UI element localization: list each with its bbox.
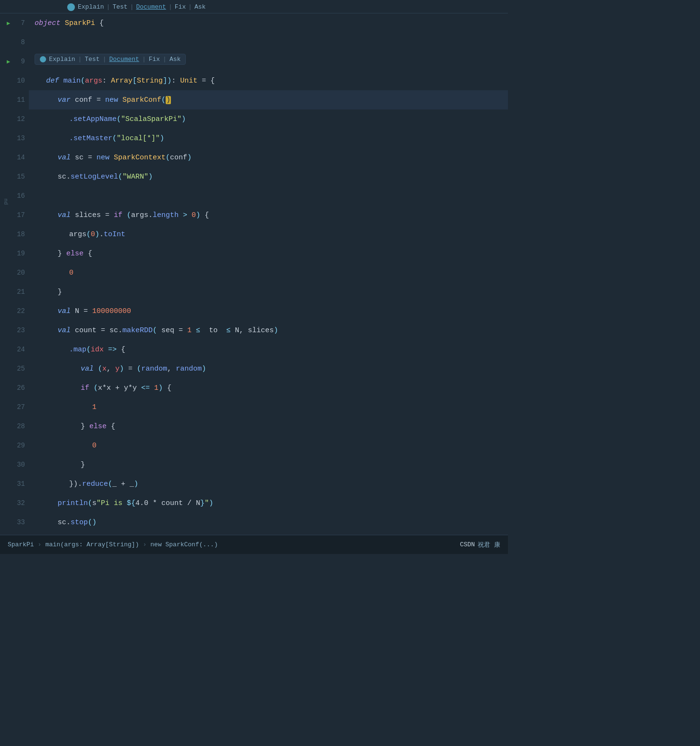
line-number: 20 <box>15 269 25 277</box>
code-editor: Explain | Test | Document | Fix | Ask ▶7… <box>0 0 508 554</box>
token-operator: > <box>179 211 192 219</box>
line-number: 17 <box>15 211 25 219</box>
token-operator: ≤ <box>217 326 235 335</box>
line-row: 30 <box>4 455 25 474</box>
line-row: 12 <box>4 109 25 129</box>
token-normal: to <box>209 326 217 335</box>
code-line: var conf = new SparkConf() <box>29 90 508 109</box>
popup-ai-icon <box>40 56 46 62</box>
code-line <box>29 33 508 52</box>
code-line: val N = 100000000 <box>29 301 508 321</box>
token-operator: ≤ <box>192 326 209 335</box>
token-paren: ( <box>166 154 170 162</box>
token-method-call: reduce <box>82 480 108 488</box>
token-number: 100000000 <box>92 307 131 315</box>
fix-link[interactable]: Fix <box>175 3 186 11</box>
breadcrumb-sparkpi: SparkPi <box>8 541 34 548</box>
token-paren: ( <box>153 326 157 335</box>
popup-link-explain[interactable]: Explain <box>49 56 75 63</box>
token-func-name: random <box>176 365 202 373</box>
line-number: 11 <box>15 96 25 104</box>
token-normal: , <box>167 365 176 373</box>
status-extra: 祝君 康 <box>478 541 500 549</box>
token-paren: ) <box>181 115 186 123</box>
code-line: val (x, y) = (random, random) <box>29 359 508 378</box>
line-number: 25 <box>15 365 25 373</box>
token-normal: args. <box>131 211 153 219</box>
line-number: 21 <box>15 288 25 296</box>
code-line: }).reduce(_ + _) <box>29 474 508 493</box>
popup-row: Explain|Test|Document|Fix|Ask <box>29 52 508 71</box>
token-number: 0 <box>91 230 95 239</box>
inline-ai-popup[interactable]: Explain|Test|Document|Fix|Ask <box>35 54 186 65</box>
popup-link-fix[interactable]: Fix <box>149 56 160 63</box>
line-number: 33 <box>15 518 25 526</box>
line-row: 25 <box>4 359 25 378</box>
ask-link[interactable]: Ask <box>194 3 205 11</box>
token-paren: ) <box>120 365 124 373</box>
token-normal: s <box>92 499 97 507</box>
line-row: 26 <box>4 378 25 397</box>
line-number: 30 <box>15 461 25 469</box>
token-string: "ScalaSparkPi" <box>121 115 181 123</box>
token-method-call: toInt <box>104 230 125 239</box>
line-number: 15 <box>15 173 25 180</box>
token-number: 1 <box>154 384 158 392</box>
brand-label: CSDN <box>460 541 475 548</box>
token-normal: count = sc. <box>75 326 122 335</box>
line-row: 23 <box>4 321 25 340</box>
token-normal: = { <box>197 77 215 85</box>
token-method-call: makeRDD <box>122 326 153 335</box>
line-row: 15 <box>4 167 25 186</box>
code-content[interactable]: object SparkPi {Explain|Test|Document|Fi… <box>29 13 508 535</box>
popup-link-test[interactable]: Test <box>84 56 99 63</box>
popup-link-document[interactable]: Document <box>109 56 139 63</box>
token-param-name: args <box>85 77 102 85</box>
token-method-call: length <box>153 211 179 219</box>
line-number: 12 <box>15 115 25 123</box>
line-row: 27 <box>4 397 25 417</box>
code-line: } <box>29 282 508 301</box>
token-kw-new: new <box>105 96 122 104</box>
token-kw-if: if <box>81 384 94 392</box>
code-line: sc.setLogLevel("WARN") <box>29 167 508 186</box>
line-row: 19 <box>4 244 25 263</box>
line-number: 28 <box>15 422 25 430</box>
line-number: 13 <box>15 134 25 142</box>
token-paren: ( <box>81 77 85 85</box>
token-number: 0 <box>92 442 97 450</box>
code-line: } <box>29 455 508 474</box>
token-paren: ( <box>86 346 91 354</box>
token-normal: : <box>102 77 111 85</box>
token-method-call: .map <box>69 346 86 354</box>
explain-link[interactable]: Explain <box>78 3 104 11</box>
code-line: } <box>29 532 508 535</box>
token-normal: . <box>99 230 104 239</box>
token-paren: ( <box>127 211 131 219</box>
token-number: 1 <box>187 326 192 335</box>
token-paren: ) <box>158 384 163 392</box>
token-normal: }). <box>69 480 82 488</box>
run-button[interactable]: ▶ <box>7 20 13 27</box>
line-number: 27 <box>15 403 25 411</box>
test-link[interactable]: Test <box>112 3 127 11</box>
line-row: 14 <box>4 148 25 167</box>
line-row: 24 <box>4 340 25 359</box>
popup-link-ask[interactable]: Ask <box>169 56 181 63</box>
line-row: 31 <box>4 474 25 493</box>
token-normal: conf <box>170 154 187 162</box>
line-row: 8 <box>4 33 25 52</box>
run-button[interactable]: ▶ <box>7 58 13 65</box>
line-number: 8 <box>15 38 25 46</box>
token-kw-val: val <box>58 154 75 162</box>
document-link[interactable]: Document <box>136 3 166 11</box>
code-line: args(0).toInt <box>29 225 508 244</box>
top-bar: Explain | Test | Document | Fix | Ask <box>0 0 508 13</box>
code-line: 0 <box>29 263 508 282</box>
token-kw-val: val <box>81 365 98 373</box>
line-row: 32 <box>4 493 25 513</box>
token-param-name: x <box>102 365 107 373</box>
token-paren: ] <box>163 77 167 85</box>
code-line: 0 <box>29 436 508 455</box>
line-number: 22 <box>15 307 25 315</box>
